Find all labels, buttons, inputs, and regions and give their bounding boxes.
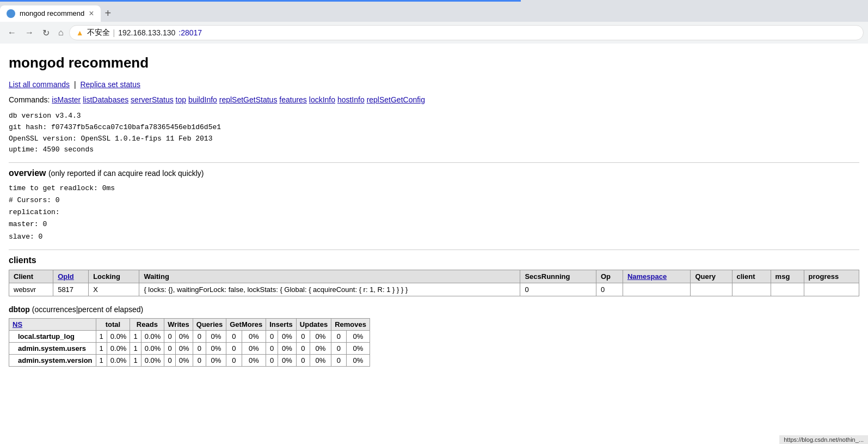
table-row: admin.system.users 1 0.0% 1 0.0% 0 0% 0 … [9,342,370,354]
address-bar[interactable]: ▲ 不安全 | 192.168.133.130:28017 [69,25,864,40]
cell-writes: 0 [164,342,175,354]
dbtop-col-total: total [96,318,130,330]
home-button[interactable]: ⌂ [55,26,67,40]
cell-reads: 1 [130,354,141,366]
col-client: client [732,270,771,283]
forward-button[interactable]: → [22,26,37,40]
cell-updates-pct: 0% [310,354,331,366]
overview-subtitle: (only reported if can acquire read lock … [48,169,204,178]
table-row: websvr 5817 X { locks: {}, waitingForLoc… [9,283,859,296]
clients-section-title: clients [9,256,859,265]
cell-namespace [623,283,691,296]
cell-inserts-pct: 0% [278,330,296,342]
col-opid: OpId [53,270,89,283]
list-all-commands-link[interactable]: List all commands [9,80,70,89]
dbtop-subtitle: (occurrences|percent of elapsed) [32,305,143,314]
cell-total: 1 [96,342,107,354]
clients-table: Client OpId Locking Waiting SecsRunning … [9,270,859,296]
cell-total-pct: 0.0% [107,342,130,354]
dbtop-table: NS total Reads Writes Queries GetMores I… [9,318,370,367]
cmd-features[interactable]: features [279,95,307,104]
cell-updates-pct: 0% [310,330,331,342]
divider-2 [9,250,859,250]
cell-total: 1 [96,330,107,342]
cell-removes: 0 [331,354,347,366]
dbtop-header-row: NS total Reads Writes Queries GetMores I… [9,318,370,330]
cmd-ismaster[interactable]: isMaster [52,95,81,104]
cell-client-val [732,283,771,296]
dbtop-col-removes: Removes [331,318,370,330]
cell-op: 0 [596,283,623,296]
cmd-replsetgetstatus[interactable]: replSetGetStatus [219,95,278,104]
opid-link[interactable]: OpId [58,272,74,281]
cell-total: 1 [96,354,107,366]
cell-queries-pct: 0% [206,354,226,366]
dbtop-col-ns: NS [9,318,96,330]
cell-updates-pct: 0% [310,342,331,354]
cell-reads-pct: 0.0% [141,342,164,354]
address-port: :28017 [178,28,202,37]
tab-close-button[interactable]: × [89,9,94,19]
page-title: mongod recommend [9,54,859,71]
tab-title: mongod recommend [20,9,84,17]
address-separator: | [113,28,115,37]
cell-ns: admin.system.version [9,354,96,366]
db-info: db version v3.4.3 git hash: f07437fb5a6c… [9,111,859,156]
namespace-link[interactable]: Namespace [627,272,667,281]
db-version: db version v3.4.3 [9,111,859,122]
col-op: Op [596,270,623,283]
cell-waiting: { locks: {}, waitingForLock: false, lock… [139,283,520,296]
cell-getmores-pct: 0% [242,330,266,342]
col-secsrunning: SecsRunning [520,270,596,283]
cmd-serverstatus[interactable]: serverStatus [131,95,174,104]
col-progress: progress [804,270,859,283]
col-client: Client [9,270,53,283]
cmd-lockinfo[interactable]: lockInfo [309,95,335,104]
cell-getmores: 0 [226,330,242,342]
new-tab-button[interactable]: + [101,5,116,22]
cell-total-pct: 0.0% [107,354,130,366]
clients-header-row: Client OpId Locking Waiting SecsRunning … [9,270,859,283]
nav-bar: ← → ↻ ⌂ ▲ 不安全 | 192.168.133.130:28017 [0,22,868,44]
cell-removes-pct: 0% [346,342,370,354]
cell-progress [804,283,859,296]
overview-title: overview [9,168,46,178]
cell-client: websvr [9,283,53,296]
cell-inserts-pct: 0% [278,342,296,354]
ns-link[interactable]: NS [13,320,22,329]
cell-query [691,283,732,296]
cell-reads-pct: 0.0% [141,354,164,366]
col-namespace: Namespace [623,270,691,283]
cell-inserts-pct: 0% [278,354,296,366]
cmd-buildinfo[interactable]: buildInfo [188,95,217,104]
db-openssl: OpenSSL version: OpenSSL 1.0.1e-fips 11 … [9,133,859,145]
cell-reads: 1 [130,342,141,354]
cmd-hostinfo[interactable]: hostInfo [337,95,365,104]
cell-ns: admin.system.users [9,342,96,354]
cell-getmores: 0 [226,342,242,354]
cell-total-pct: 0.0% [107,330,130,342]
cmd-replsetgetconfig[interactable]: replSetGetConfig [367,95,425,104]
cell-updates: 0 [296,354,310,366]
overview-replication: replication: [9,206,859,218]
back-button[interactable]: ← [4,26,20,40]
cell-writes: 0 [164,330,175,342]
cell-queries: 0 [193,342,206,354]
address-host: 192.168.133.130 [118,28,175,37]
dbtop-col-writes: Writes [164,318,193,330]
dbtop-col-updates: Updates [296,318,331,330]
overview-slave: slave: 0 [9,231,859,243]
active-tab[interactable]: mongod recommend × [0,5,101,22]
cell-secsrunning: 0 [520,283,596,296]
cmd-top[interactable]: top [176,95,186,104]
col-query: Query [691,270,732,283]
replica-set-status-link[interactable]: Replica set status [80,80,140,89]
tab-favicon [7,9,15,18]
cell-queries: 0 [193,354,206,366]
cell-inserts: 0 [266,330,278,342]
table-row: admin.system.version 1 0.0% 1 0.0% 0 0% … [9,354,370,366]
cmd-listdatabases[interactable]: listDatabases [83,95,128,104]
security-warning-icon: ▲ [76,28,84,37]
dbtop-col-queries: Queries [193,318,226,330]
refresh-button[interactable]: ↻ [39,26,53,40]
